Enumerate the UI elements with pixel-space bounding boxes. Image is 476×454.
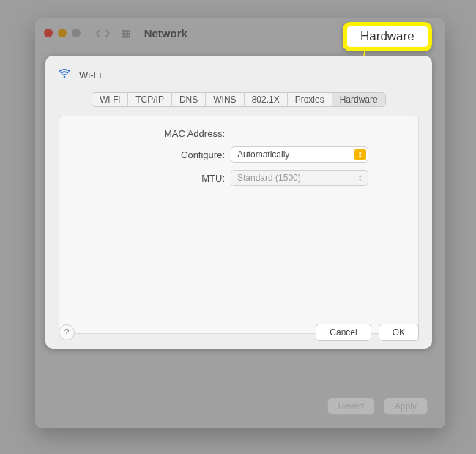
apply-button[interactable]: Apply: [384, 398, 428, 415]
ok-button[interactable]: OK: [379, 324, 419, 341]
mac-address-label: MAC Address:: [71, 128, 231, 139]
revert-button[interactable]: Revert: [327, 398, 375, 415]
chevron-up-down-icon: ▴▾: [354, 149, 366, 160]
tabs: Wi-Fi TCP/IP DNS WINS 802.1X Proxies Har…: [92, 92, 385, 107]
tab-wifi[interactable]: Wi-Fi: [92, 93, 128, 106]
mtu-select: Standard (1500) ▴▾: [231, 170, 368, 186]
advanced-sheet: Wi-Fi Wi-Fi TCP/IP DNS WINS 802.1X Proxi…: [45, 56, 432, 349]
tab-hardware[interactable]: Hardware: [332, 93, 385, 106]
interface-name: Wi-Fi: [79, 70, 101, 81]
window-footer: Revert Apply: [327, 398, 428, 415]
configure-label: Configure:: [71, 149, 231, 160]
tab-dns[interactable]: DNS: [172, 93, 206, 106]
cancel-button[interactable]: Cancel: [316, 324, 371, 341]
wifi-icon: [57, 66, 72, 83]
row-mtu: MTU: Standard (1500) ▴▾: [71, 170, 406, 186]
mtu-value: Standard (1500): [237, 173, 301, 183]
tab-8021x[interactable]: 802.1X: [245, 93, 288, 106]
configure-value: Automatically: [237, 149, 289, 160]
sheet-footer: ? Cancel OK: [45, 324, 432, 341]
hardware-panel: MAC Address: Configure: Automatically ▴▾…: [59, 116, 419, 334]
row-configure: Configure: Automatically ▴▾: [71, 146, 406, 163]
svg-point-0: [64, 76, 66, 78]
tab-proxies[interactable]: Proxies: [288, 93, 332, 106]
configure-select[interactable]: Automatically ▴▾: [231, 146, 368, 163]
help-button[interactable]: ?: [59, 324, 75, 340]
row-mac: MAC Address:: [71, 128, 406, 139]
tab-wins[interactable]: WINS: [206, 93, 244, 106]
tabbar: Wi-Fi TCP/IP DNS WINS 802.1X Proxies Har…: [45, 92, 432, 107]
tab-tcpip[interactable]: TCP/IP: [128, 93, 172, 106]
callout-hardware: Hardware: [343, 22, 432, 51]
mtu-label: MTU:: [71, 173, 231, 184]
sheet-header: Wi-Fi: [45, 56, 432, 88]
chevron-up-down-icon: ▴▾: [354, 172, 366, 184]
